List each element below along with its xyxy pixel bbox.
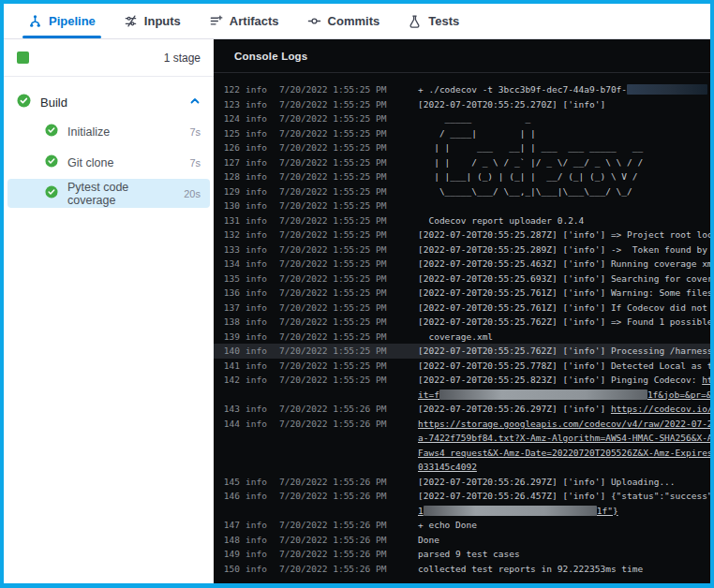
log-link[interactable]: ht (702, 375, 710, 385)
log-line-number: 133 (221, 243, 240, 257)
log-level: info (245, 475, 270, 490)
log-message: [2022-07-20T20:55:25.463Z] ['info'] Runn… (418, 257, 710, 272)
log-line-number: 134 (221, 257, 240, 272)
tab-artifacts[interactable]: Artifacts (209, 4, 279, 38)
log-link[interactable]: https://codecov.io/ (611, 404, 710, 414)
log-message: [2022-07-20T20:55:26.297Z] ['info'] Uplo… (418, 475, 710, 490)
log-text: [2022-07-20T20:55:25.761Z] ['info'] Warn… (418, 287, 710, 298)
tab-pipeline[interactable]: Pipeline (28, 4, 96, 38)
log-line: 132info7/20/2022 1:55:25 PM[2022-07-20T2… (214, 228, 710, 243)
log-line-number: 147 (221, 518, 240, 533)
console-panel: Console Logs 122info7/20/2022 1:55:25 PM… (214, 39, 710, 583)
log-rows[interactable]: 122info7/20/2022 1:55:25 PM+ ./codecov -… (214, 73, 710, 583)
log-timestamp: 7/20/2022 1:55:26 PM (279, 547, 390, 562)
log-line-number: 130 (221, 198, 240, 213)
log-line: 137info7/20/2022 1:55:25 PM[2022-07-20T2… (214, 301, 710, 316)
log-level: info (245, 213, 270, 228)
tests-icon (408, 14, 422, 28)
log-link[interactable]: https://storage.googleapis.com/codecov/v… (418, 419, 710, 429)
log-timestamp: 7/20/2022 1:55:25 PM (279, 301, 390, 316)
step-label: Initialize (67, 125, 110, 139)
log-link[interactable]: Faws4_request&X-Amz-Date=20220720T205526… (418, 448, 710, 458)
step-item-initialize[interactable]: Initialize 7s (7, 117, 210, 146)
log-text: [2022-07-20T20:55:25.778Z] ['info'] Dete… (418, 360, 710, 371)
log-line: 142info7/20/2022 1:55:25 PM[2022-07-20T2… (214, 373, 710, 388)
log-message: Faws4_request&X-Amz-Date=20220720T205526… (418, 446, 710, 461)
log-text: parsed 9 test cases (418, 549, 520, 559)
log-level (245, 446, 270, 461)
log-line-number: 127 (221, 155, 240, 170)
log-link[interactable]: it=f (418, 390, 439, 400)
log-line: 135info7/20/2022 1:55:25 PM[2022-07-20T2… (214, 272, 710, 287)
log-link[interactable]: 033145c4092 (418, 462, 477, 472)
log-text: [2022-07-20T20:55:25.270Z] ['info'] (418, 99, 605, 110)
log-level: info (245, 169, 270, 184)
tab-tests[interactable]: Tests (408, 4, 459, 38)
log-line-number: 123 (221, 97, 240, 112)
chevron-up-icon[interactable] (189, 94, 201, 110)
log-message: [2022-07-20T20:55:26.297Z] ['info'] http… (418, 402, 710, 417)
log-link[interactable]: 1f"} (597, 506, 618, 516)
log-message: | | / _ \ / _` |/ _ \/ __/ _ \ \ / / (418, 155, 710, 170)
log-line: Faws4_request&X-Amz-Date=20220720T205526… (214, 446, 710, 461)
log-message: + echo Done (418, 518, 710, 533)
log-text: coverage.xml (418, 331, 493, 342)
log-message: Codecov report uploader 0.2.4 (418, 213, 710, 228)
log-link[interactable]: a-7422f759bf84.txt?X-Amz-Algorithm=AWS4-… (418, 433, 710, 443)
log-timestamp: 7/20/2022 1:55:25 PM (279, 272, 390, 287)
log-link[interactable]: 1f&job=&pr=&se (647, 390, 710, 400)
log-line: 033145c4092 (214, 460, 710, 475)
inputs-icon (124, 14, 138, 28)
log-line-number: 137 (221, 301, 240, 316)
log-line-number: 143 (221, 402, 240, 417)
log-level (245, 460, 270, 475)
log-line: 145info7/20/2022 1:55:26 PM[2022-07-20T2… (214, 475, 710, 490)
log-timestamp: 7/20/2022 1:55:25 PM (279, 257, 390, 272)
log-line-number: 145 (221, 475, 240, 490)
log-timestamp: 7/20/2022 1:55:25 PM (279, 126, 390, 141)
log-line: 126info7/20/2022 1:55:25 PM | | ___ __| … (214, 140, 710, 155)
step-group-build[interactable]: Build (4, 88, 214, 116)
log-line: 122info7/20/2022 1:55:25 PM+ ./codecov -… (214, 82, 710, 97)
log-timestamp: 7/20/2022 1:55:25 PM (279, 330, 390, 345)
log-text: | | ___ __| | ___ ___ _____ __ (418, 142, 643, 153)
log-line-number: 136 (221, 286, 240, 301)
log-text: [2022-07-20T20:55:26.297Z] ['info'] Uplo… (418, 477, 676, 487)
log-level: info (245, 518, 270, 533)
log-line-number (221, 460, 240, 475)
log-level: info (245, 547, 270, 562)
log-message: [2022-07-20T20:55:25.270Z] ['info'] (418, 97, 710, 112)
log-line-number: 138 (221, 315, 240, 330)
log-line: it=f1f&job=&pr=&se (214, 388, 710, 403)
step-item-git-clone[interactable]: Git clone 7s (7, 148, 210, 177)
success-check-icon (45, 154, 58, 171)
log-message: collected test reports in 92.222353ms ti… (418, 562, 710, 577)
log-timestamp: 7/20/2022 1:55:26 PM (279, 489, 390, 504)
step-duration: 7s (189, 157, 201, 169)
step-label: Pytest code coverage (67, 181, 174, 207)
tab-inputs[interactable]: Inputs (124, 4, 181, 38)
log-line: 141info7/20/2022 1:55:25 PM[2022-07-20T2… (214, 359, 710, 374)
log-timestamp (279, 446, 390, 461)
log-timestamp: 7/20/2022 1:55:25 PM (279, 359, 390, 374)
log-timestamp: 7/20/2022 1:55:25 PM (279, 228, 390, 243)
log-level: info (245, 243, 270, 257)
commits-icon (307, 14, 321, 28)
log-message: [2022-07-20T20:55:26.457Z] ['info'] {"st… (418, 489, 710, 504)
log-message: [2022-07-20T20:55:25.762Z] ['info'] Proc… (418, 344, 710, 359)
log-line-number: 142 (221, 373, 240, 388)
tab-bar: Pipeline Inputs (4, 4, 710, 39)
log-line: 150info7/20/2022 1:55:26 PMcollected tes… (214, 562, 710, 577)
log-level: info (245, 330, 270, 345)
log-text: [2022-07-20T20:55:26.457Z] ['info'] {"st… (418, 491, 710, 501)
log-message: coverage.xml (418, 330, 710, 345)
step-item-pytest-code-coverage[interactable]: Pytest code coverage 20s (7, 179, 210, 208)
tab-commits[interactable]: Commits (307, 4, 380, 38)
log-timestamp: 7/20/2022 1:55:26 PM (279, 417, 390, 432)
log-message: parsed 9 test cases (418, 547, 710, 562)
log-line-number (221, 504, 240, 519)
console-title: Console Logs (234, 51, 307, 62)
log-text: [2022-07-20T20:55:26.297Z] ['info'] (418, 404, 611, 414)
log-line-number: 149 (221, 547, 240, 562)
log-timestamp: 7/20/2022 1:55:25 PM (279, 97, 390, 112)
